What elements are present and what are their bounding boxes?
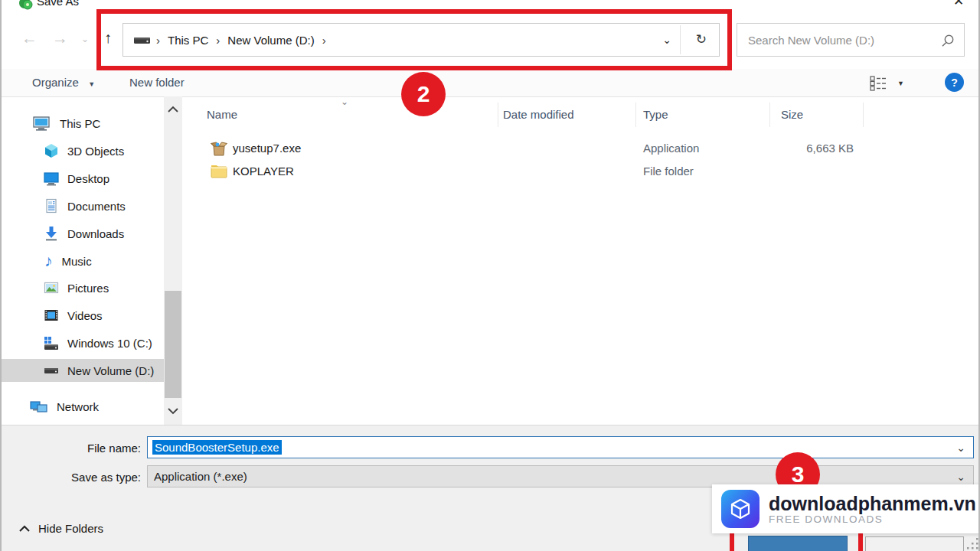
help-icon[interactable]: ? xyxy=(945,73,964,92)
up-icon[interactable]: ↑ xyxy=(104,29,112,47)
scroll-up-icon[interactable] xyxy=(167,106,179,113)
sidebar-item-videos[interactable]: Videos xyxy=(2,304,164,327)
watermark-brand: downloadphanmem.vn xyxy=(769,494,976,514)
sidebar-label: Downloads xyxy=(67,227,124,240)
hide-folders-button[interactable]: Hide Folders xyxy=(18,522,103,535)
file-name-label: File name: xyxy=(2,442,141,455)
sidebar-item-network[interactable]: Network xyxy=(2,395,164,418)
watermark: downloadphanmem.vn FREE DOWNLOADS xyxy=(712,484,980,533)
save-as-dialog: Save As ✕ ← → ⌄ ↑ › This PC › New Volume… xyxy=(0,0,980,551)
breadcrumb-this-pc[interactable]: This PC xyxy=(168,34,208,47)
sidebar-item-windows-c[interactable]: Windows 10 (C:) xyxy=(2,331,164,354)
sidebar-item-documents[interactable]: Documents xyxy=(2,194,164,217)
column-separator[interactable] xyxy=(635,103,636,127)
annotation-step-2: 2 xyxy=(401,72,446,116)
watermark-tagline: FREE DOWNLOADS xyxy=(769,514,976,525)
save-as-type-dropdown-chevron-icon[interactable]: ⌄ xyxy=(956,471,965,483)
save-as-type-value: Application (*.exe) xyxy=(154,470,247,483)
resize-grip[interactable] xyxy=(966,537,979,550)
window-title: Save As xyxy=(37,0,79,8)
sidebar-item-desktop[interactable]: Desktop xyxy=(2,167,164,190)
sidebar-item-new-volume-d[interactable]: New Volume (D:) xyxy=(2,359,164,382)
organize-button[interactable]: Organize ▼ xyxy=(32,76,95,90)
search-input[interactable] xyxy=(737,34,939,47)
breadcrumb-current-folder[interactable]: New Volume (D:) xyxy=(227,34,314,47)
videos-icon xyxy=(43,307,60,324)
file-type: Application xyxy=(643,142,699,155)
file-size: 6,663 KB xyxy=(719,142,854,155)
column-separator[interactable] xyxy=(769,103,770,127)
back-icon[interactable]: ← xyxy=(21,29,38,47)
this-pc-icon xyxy=(32,115,51,132)
refresh-icon[interactable]: ↻ xyxy=(696,31,707,47)
music-icon: ♪ xyxy=(44,253,53,269)
sidebar-item-this-pc[interactable]: This PC xyxy=(2,112,164,135)
sidebar-label: Network xyxy=(57,400,99,413)
file-type: File folder xyxy=(643,165,694,178)
drive-icon xyxy=(43,362,60,379)
network-icon xyxy=(29,398,49,415)
new-folder-button[interactable]: New folder xyxy=(129,76,185,90)
sort-chevron-icon: ⌄ xyxy=(341,96,348,107)
save-button[interactable] xyxy=(748,536,848,551)
downloads-icon xyxy=(43,225,60,242)
sidebar-label: Pictures xyxy=(67,282,109,295)
organize-menu-arrow-icon: ▼ xyxy=(88,80,95,88)
sidebar-label: 3D Objects xyxy=(67,145,124,158)
sidebar-label: Windows 10 (C:) xyxy=(67,337,152,350)
cancel-button[interactable] xyxy=(865,536,964,551)
column-header-name[interactable]: Name xyxy=(207,108,237,121)
breadcrumb-chevron-icon: › xyxy=(216,34,220,47)
file-name-value: SoundBoosterSetup.exe xyxy=(152,440,282,455)
sidebar-label: New Volume (D:) xyxy=(67,364,154,377)
title-bar: Save As ✕ xyxy=(2,0,978,11)
sidebar-item-downloads[interactable]: Downloads xyxy=(2,222,164,245)
3d-objects-icon xyxy=(43,142,60,159)
close-icon[interactable]: ✕ xyxy=(953,0,964,9)
documents-icon xyxy=(43,197,60,214)
forward-icon[interactable]: → xyxy=(52,29,68,47)
hide-folders-label: Hide Folders xyxy=(38,522,103,535)
chevron-up-icon xyxy=(18,525,31,533)
watermark-cube-icon xyxy=(721,490,760,528)
column-header-type[interactable]: Type xyxy=(643,108,668,121)
column-header-size[interactable]: Size xyxy=(781,108,803,121)
view-menu-arrow-icon[interactable]: ▼ xyxy=(897,80,904,87)
recent-locations-chevron-icon[interactable]: ⌄ xyxy=(81,34,89,44)
scrollbar-thumb[interactable] xyxy=(165,291,181,398)
desktop-icon xyxy=(43,170,60,187)
new-folder-label: New folder xyxy=(129,76,185,89)
organize-label: Organize xyxy=(32,76,79,89)
view-details-icon[interactable] xyxy=(869,75,887,91)
pictures-icon xyxy=(43,279,60,296)
address-bar[interactable]: › This PC › New Volume (D:) › ⌄ ↻ xyxy=(122,23,720,57)
folder-icon xyxy=(210,162,228,181)
sidebar-label: Music xyxy=(62,255,92,268)
search-icon[interactable] xyxy=(941,34,955,47)
column-separator[interactable] xyxy=(863,103,864,127)
table-row[interactable]: KOPLAYER File folder xyxy=(183,161,979,182)
installer-icon xyxy=(210,139,228,158)
file-name: yusetup7.exe xyxy=(233,142,301,155)
address-separator xyxy=(680,25,681,54)
search-box[interactable] xyxy=(737,23,965,57)
drive-windows-icon xyxy=(43,334,60,351)
file-name: KOPLAYER xyxy=(233,165,294,178)
column-separator[interactable] xyxy=(498,103,498,127)
table-row[interactable]: yusetup7.exe Application 6,663 KB xyxy=(183,138,979,159)
save-as-type-label: Save as type: xyxy=(2,471,141,484)
drive-icon xyxy=(133,34,152,46)
sidebar-label: Videos xyxy=(67,309,103,322)
file-name-input[interactable]: SoundBoosterSetup.exe ⌄ xyxy=(147,436,974,458)
sidebar-label: Desktop xyxy=(67,172,109,185)
breadcrumb-chevron-icon: › xyxy=(156,34,160,47)
file-name-dropdown-chevron-icon[interactable]: ⌄ xyxy=(956,442,965,454)
scroll-down-icon[interactable] xyxy=(167,407,179,415)
sidebar-item-pictures[interactable]: Pictures xyxy=(2,276,164,299)
sidebar-item-3d-objects[interactable]: 3D Objects xyxy=(2,139,164,162)
address-dropdown-chevron-icon[interactable]: ⌄ xyxy=(662,34,671,46)
sidebar-item-music[interactable]: ♪ Music xyxy=(2,249,164,272)
sidebar-label: This PC xyxy=(60,117,100,130)
column-header-date-modified[interactable]: Date modified xyxy=(503,108,574,121)
breadcrumb-chevron-icon: › xyxy=(322,34,326,47)
